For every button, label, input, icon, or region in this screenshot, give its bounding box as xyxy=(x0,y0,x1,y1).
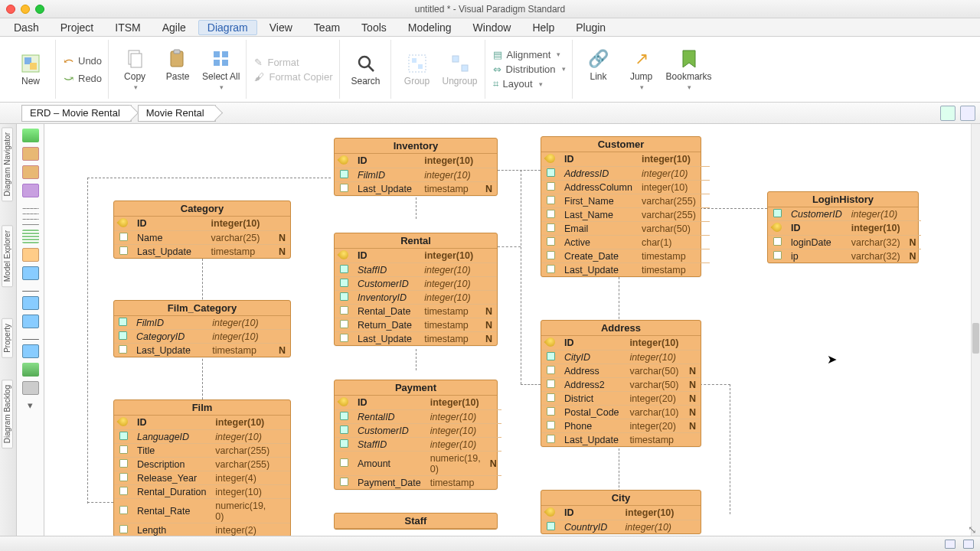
entity-column[interactable]: Last_Updatetimestamp xyxy=(541,262,710,276)
entity-column[interactable]: Emailvarchar(50) xyxy=(541,221,710,235)
palette-table-icon[interactable] xyxy=(22,248,39,262)
undo-button[interactable]: ⤺Undo xyxy=(64,54,102,68)
diagram-canvas[interactable]: InventoryIDinteger(10)FilmIDinteger(10)L… xyxy=(44,124,980,536)
entity-column[interactable]: Create_Datetimestamp xyxy=(541,249,710,262)
palette-grid-icon[interactable] xyxy=(22,230,39,243)
entity-column[interactable]: IDinteger(10) xyxy=(335,154,497,168)
entity-column[interactable]: Last_UpdatetimestampN xyxy=(335,331,497,345)
entity-column[interactable]: Postal_Codevarchar(10)N xyxy=(541,405,701,419)
palette-rel4-icon[interactable] xyxy=(22,224,39,225)
entity-column[interactable]: AddressIDinteger(10) xyxy=(541,166,710,180)
entity-column[interactable]: Rental_Durationinteger(10) xyxy=(114,484,290,498)
entity-column[interactable]: InventoryIDinteger(10) xyxy=(335,290,497,304)
entity-column[interactable]: Last_UpdatetimestampN xyxy=(335,181,497,195)
entity-column[interactable]: Last_Updatetimestamp xyxy=(541,432,701,446)
entity-column[interactable]: IDinteger(10) xyxy=(335,396,501,409)
entity-column[interactable]: Last_UpdatetimestampN xyxy=(114,343,290,357)
copy-button[interactable]: Copy▾ xyxy=(116,48,153,91)
breadcrumb-tool-grid-icon[interactable] xyxy=(960,106,975,121)
entity-column[interactable]: IDinteger(10) xyxy=(768,220,921,235)
new-button[interactable]: New xyxy=(12,53,49,86)
palette-entity2-icon[interactable] xyxy=(22,165,39,179)
entity-column[interactable]: IDinteger(10) xyxy=(541,506,701,520)
sidebar-tab-property[interactable]: Property xyxy=(2,318,13,358)
entity-column[interactable]: IDinteger(10) xyxy=(335,249,497,262)
entity-city[interactable]: CityIDinteger(10)CountryIDinteger(10) xyxy=(541,490,701,534)
palette-folder2-icon[interactable] xyxy=(22,315,39,328)
minimize-window-button[interactable] xyxy=(21,5,30,14)
palette-image-icon[interactable] xyxy=(22,363,39,377)
link-button[interactable]: 🔗Link xyxy=(580,48,617,91)
palette-rel3-icon[interactable] xyxy=(22,219,39,220)
menu-view[interactable]: View xyxy=(260,20,302,35)
entity-column[interactable]: Activechar(1) xyxy=(541,235,710,249)
status-mail-icon[interactable] xyxy=(945,540,956,549)
palette-rect-icon[interactable] xyxy=(22,344,39,358)
entity-column[interactable]: RentalIDinteger(10) xyxy=(335,409,501,423)
palette-folder-icon[interactable] xyxy=(22,296,39,310)
entity-column[interactable]: Addressvarchar(50)N xyxy=(541,364,701,377)
paste-button[interactable]: Paste xyxy=(159,48,196,91)
palette-more-icon[interactable]: ▾ xyxy=(22,399,39,413)
breadcrumb-movie-rental[interactable]: Movie Rental xyxy=(138,105,216,122)
menu-agile[interactable]: Agile xyxy=(153,20,195,35)
menu-diagram[interactable]: Diagram xyxy=(198,20,257,35)
menu-modeling[interactable]: Modeling xyxy=(399,20,461,35)
entity-column[interactable]: CountryIDinteger(10) xyxy=(541,520,701,533)
select-all-button[interactable]: Select All▾ xyxy=(202,48,240,91)
palette-cursor-icon[interactable] xyxy=(22,129,39,142)
jump-button[interactable]: ↗Jump▾ xyxy=(623,48,660,91)
format-copier-button[interactable]: 🖌Format Copier xyxy=(254,71,332,83)
palette-view-icon[interactable] xyxy=(22,184,39,197)
palette-camera-icon[interactable] xyxy=(22,381,39,395)
entity-column[interactable]: Last_UpdatetimestampN xyxy=(114,244,290,258)
entity-column[interactable]: StaffIDinteger(10) xyxy=(335,437,501,451)
breadcrumb-erd[interactable]: ERD – Movie Rental xyxy=(21,105,132,122)
entity-film-category[interactable]: Film_CategoryFilmIDinteger(10)CategoryID… xyxy=(113,300,291,357)
entity-column[interactable]: Lengthinteger(2) xyxy=(114,523,290,536)
menu-plugin[interactable]: Plugin xyxy=(567,20,615,35)
sidebar-tab-diagram-navigator[interactable]: Diagram Navigator xyxy=(2,127,13,201)
menu-help[interactable]: Help xyxy=(523,20,564,35)
palette-note-icon[interactable] xyxy=(22,266,39,280)
entity-column[interactable]: Descriptionvarchar(255) xyxy=(114,457,290,471)
entity-staff[interactable]: Staff xyxy=(334,513,498,530)
entity-loginhistory[interactable]: LoginHistoryCustomerIDinteger(10)IDinteg… xyxy=(767,191,919,263)
entity-column[interactable]: LanguageIDinteger(10) xyxy=(114,429,290,443)
entity-category[interactable]: CategoryIDinteger(10)Namevarchar(25)NLas… xyxy=(113,201,291,259)
entity-column[interactable]: Titlevarchar(255) xyxy=(114,443,290,457)
entity-column[interactable]: CityIDinteger(10) xyxy=(541,350,701,364)
entity-column[interactable]: Release_Yearinteger(4) xyxy=(114,471,290,484)
entity-column[interactable]: IDinteger(10) xyxy=(541,336,701,350)
entity-inventory[interactable]: InventoryIDinteger(10)FilmIDinteger(10)L… xyxy=(334,138,498,196)
entity-payment[interactable]: PaymentIDinteger(10)RentalIDinteger(10)C… xyxy=(334,380,498,490)
entity-column[interactable]: IDinteger(10) xyxy=(541,152,710,166)
group-button[interactable]: Group xyxy=(399,53,436,86)
entity-column[interactable]: CustomerIDinteger(10) xyxy=(335,276,497,290)
entity-column[interactable]: Namevarchar(25)N xyxy=(114,230,290,244)
breadcrumb-tool-flag-icon[interactable] xyxy=(940,106,956,121)
entity-column[interactable]: Return_DatetimestampN xyxy=(335,318,497,331)
entity-column[interactable]: Rental_Ratenumeric(19, 0) xyxy=(114,498,290,523)
menu-window[interactable]: Window xyxy=(464,20,521,35)
entity-column[interactable]: IDinteger(10) xyxy=(114,217,290,230)
search-button[interactable]: Search xyxy=(348,53,384,86)
alignment-button[interactable]: ▤Alignment▾ xyxy=(493,49,566,60)
entity-column[interactable]: CategoryIDinteger(10) xyxy=(114,329,290,343)
menu-project[interactable]: Project xyxy=(51,20,103,35)
entity-customer[interactable]: CustomerIDinteger(10)AddressIDinteger(10… xyxy=(541,136,701,277)
distribution-button[interactable]: ⇔Distribution▾ xyxy=(493,64,566,75)
entity-column[interactable]: First_Namevarchar(255) xyxy=(541,194,710,207)
palette-rel2-icon[interactable] xyxy=(22,214,39,214)
entity-column[interactable]: Payment_Datetimestamp xyxy=(335,475,501,489)
vertical-scrollbar[interactable] xyxy=(971,124,980,536)
sidebar-tab-diagram-backlog[interactable]: Diagram Backlog xyxy=(2,380,13,448)
palette-line-icon[interactable] xyxy=(22,291,39,292)
entity-column[interactable]: Rental_DatetimestampN xyxy=(335,304,497,318)
entity-column[interactable]: AddressColumninteger(10) xyxy=(541,180,710,194)
resize-grip-icon[interactable]: ⤡ xyxy=(968,523,978,534)
entity-column[interactable]: CustomerIDinteger(10) xyxy=(768,207,921,220)
entity-address[interactable]: AddressIDinteger(10)CityIDinteger(10)Add… xyxy=(541,320,701,447)
layout-button[interactable]: ⌗Layout▾ xyxy=(493,78,566,90)
entity-column[interactable]: loginDatevarchar(32)N xyxy=(768,235,921,249)
